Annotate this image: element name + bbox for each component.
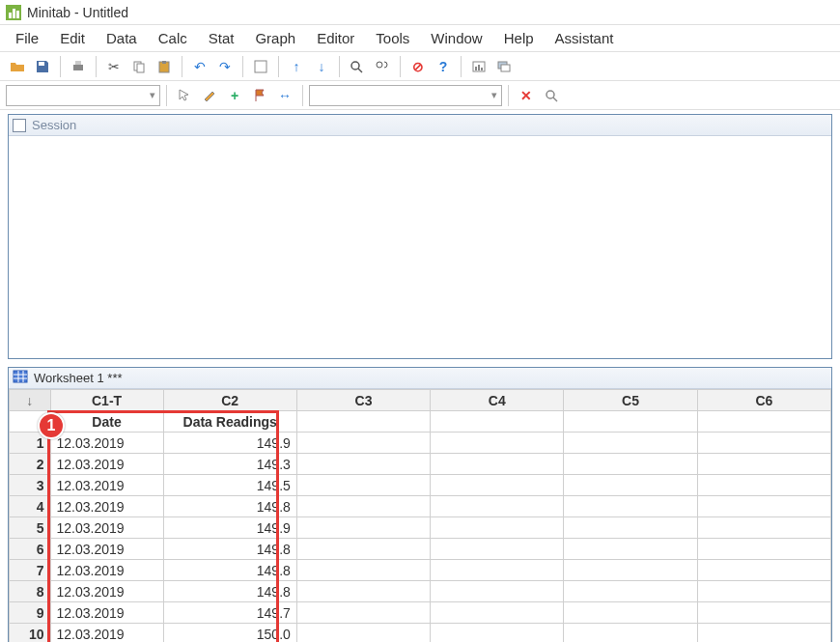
cell-date[interactable]: 12.03.2019: [50, 454, 163, 475]
col-label-3[interactable]: [296, 411, 430, 433]
menu-editor[interactable]: Editor: [307, 26, 364, 50]
cell-date[interactable]: 12.03.2019: [50, 517, 163, 539]
print-icon[interactable]: [67, 55, 90, 78]
cell-date[interactable]: 12.03.2019: [50, 581, 163, 602]
cell-empty[interactable]: [296, 539, 430, 560]
col-label-readings[interactable]: Data Readings: [163, 411, 296, 433]
cell-reading[interactable]: 150.0: [163, 624, 296, 643]
col-header-c4[interactable]: C4: [431, 390, 564, 411]
cut-icon[interactable]: ✂: [102, 55, 126, 78]
table-row[interactable]: 712.03.2019149.8: [10, 560, 831, 581]
cell-empty[interactable]: [431, 517, 564, 539]
cell-empty[interactable]: [697, 517, 830, 539]
menu-calc[interactable]: Calc: [149, 26, 197, 50]
cancel-icon[interactable]: ⊘: [406, 55, 430, 78]
table-row[interactable]: 512.03.2019149.9: [10, 517, 831, 539]
cell-empty[interactable]: [296, 475, 430, 496]
cell-empty[interactable]: [296, 454, 430, 475]
cell-empty[interactable]: [296, 560, 430, 581]
menu-edit[interactable]: Edit: [50, 26, 95, 50]
crosshair-icon[interactable]: +: [223, 84, 246, 107]
row-header[interactable]: 5: [10, 517, 51, 539]
worksheet-panel-header[interactable]: Worksheet 1 ***: [9, 368, 831, 389]
cell-empty[interactable]: [564, 539, 697, 560]
cell-empty[interactable]: [697, 454, 830, 475]
menu-window[interactable]: Window: [421, 26, 491, 50]
cell-empty[interactable]: [697, 539, 830, 560]
find-icon[interactable]: [346, 55, 369, 78]
cell-empty[interactable]: [431, 560, 564, 581]
menu-file[interactable]: File: [6, 26, 48, 50]
col-label-5[interactable]: [564, 411, 697, 433]
cell-empty[interactable]: [296, 517, 430, 539]
copy-icon[interactable]: [127, 55, 151, 78]
cell-empty[interactable]: [296, 624, 430, 643]
move-icon[interactable]: ↔: [273, 84, 296, 107]
cell-empty[interactable]: [564, 454, 697, 475]
cell-empty[interactable]: [431, 475, 564, 496]
cell-reading[interactable]: 149.3: [163, 454, 296, 475]
cell-empty[interactable]: [697, 581, 830, 602]
cell-empty[interactable]: [431, 581, 564, 602]
table-row[interactable]: 1012.03.2019150.0: [10, 624, 831, 643]
menu-help[interactable]: Help: [494, 26, 544, 50]
session-panel-header[interactable]: Session: [9, 115, 831, 136]
paste-icon[interactable]: [153, 55, 176, 78]
cell-empty[interactable]: [697, 602, 830, 624]
cell-empty[interactable]: [697, 560, 830, 581]
open-icon[interactable]: [6, 55, 29, 78]
col-header-c2[interactable]: C2: [163, 390, 296, 411]
stack-icon[interactable]: [492, 55, 516, 78]
insert-icon[interactable]: [249, 55, 272, 78]
cell-empty[interactable]: [697, 475, 830, 496]
cell-date[interactable]: 12.03.2019: [50, 475, 163, 496]
row-header[interactable]: 4: [10, 496, 51, 517]
worksheet-table[interactable]: ↓ C1-T C2 C3 C4 C5 C6 Date Data Readings: [9, 389, 831, 642]
cell-empty[interactable]: [564, 496, 697, 517]
cell-empty[interactable]: [296, 496, 430, 517]
menu-data[interactable]: Data: [97, 26, 147, 50]
table-row[interactable]: 112.03.2019149.9: [10, 433, 831, 454]
cell-reading[interactable]: 149.7: [163, 602, 296, 624]
cell-empty[interactable]: [564, 560, 697, 581]
flag-icon[interactable]: [248, 84, 271, 107]
cell-empty[interactable]: [564, 624, 697, 643]
col-label-date[interactable]: Date: [50, 411, 163, 433]
menu-assistant[interactable]: Assistant: [546, 26, 624, 50]
cell-empty[interactable]: [296, 433, 430, 454]
cell-empty[interactable]: [564, 602, 697, 624]
down-icon[interactable]: ↓: [310, 55, 333, 78]
save-icon[interactable]: [31, 55, 54, 78]
cell-empty[interactable]: [564, 517, 697, 539]
cell-empty[interactable]: [564, 475, 697, 496]
cell-date[interactable]: 12.03.2019: [50, 539, 163, 560]
dropdown-field-1[interactable]: ▾: [6, 85, 160, 106]
cell-empty[interactable]: [431, 624, 564, 643]
show-graphs-icon[interactable]: [467, 55, 490, 78]
table-row[interactable]: 412.03.2019149.8: [10, 496, 831, 517]
cell-reading[interactable]: 149.8: [163, 496, 296, 517]
cell-empty[interactable]: [431, 433, 564, 454]
redo-icon[interactable]: ↷: [213, 55, 237, 78]
help-icon[interactable]: ?: [432, 55, 455, 78]
cell-reading[interactable]: 149.5: [163, 475, 296, 496]
cell-reading[interactable]: 149.9: [163, 433, 296, 454]
col-header-c5[interactable]: C5: [564, 390, 697, 411]
table-row[interactable]: 312.03.2019149.5: [10, 475, 831, 496]
undo-icon[interactable]: ↶: [188, 55, 211, 78]
close-icon[interactable]: ✕: [515, 84, 538, 107]
brush-icon[interactable]: [198, 84, 221, 107]
cell-empty[interactable]: [296, 602, 430, 624]
row-header[interactable]: 6: [10, 539, 51, 560]
menu-tools[interactable]: Tools: [366, 26, 419, 50]
row-header[interactable]: 7: [10, 560, 51, 581]
cell-reading[interactable]: 149.9: [163, 517, 296, 539]
session-body[interactable]: [9, 136, 831, 358]
cell-empty[interactable]: [431, 454, 564, 475]
cell-date[interactable]: 12.03.2019: [50, 602, 163, 624]
menu-stat[interactable]: Stat: [199, 26, 244, 50]
col-label-6[interactable]: [697, 411, 830, 433]
cell-date[interactable]: 12.03.2019: [50, 560, 163, 581]
col-header-c6[interactable]: C6: [697, 390, 830, 411]
cell-reading[interactable]: 149.8: [163, 581, 296, 602]
